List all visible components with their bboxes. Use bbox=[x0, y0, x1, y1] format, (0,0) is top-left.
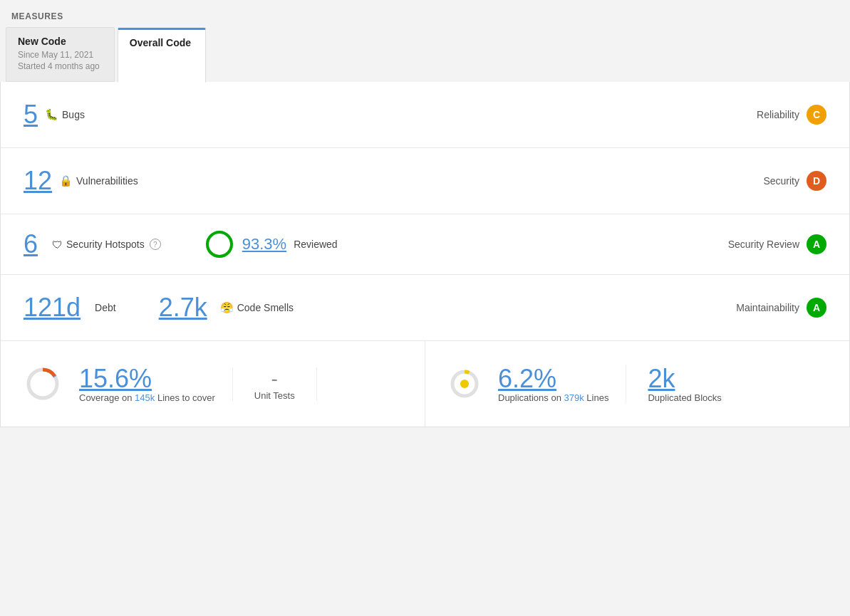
bug-icon: 🐛 bbox=[45, 108, 58, 121]
measures-title: MEASURES bbox=[0, 7, 850, 21]
security-review-percent[interactable]: 93.3% bbox=[242, 235, 286, 254]
security-hotspots-value[interactable]: 6 bbox=[24, 231, 38, 257]
maintainability-category: Maintainability bbox=[736, 302, 799, 313]
svg-point-1 bbox=[207, 232, 232, 256]
code-smells-section: 2.7k 😤 Code Smells bbox=[159, 295, 737, 320]
bugs-right: Reliability C bbox=[757, 105, 826, 125]
bugs-row: 5 🐛 Bugs Reliability C bbox=[1, 82, 849, 148]
bugs-badge[interactable]: C bbox=[807, 105, 826, 125]
content-area: 5 🐛 Bugs Reliability C 12 🔒 Vulnerabilit… bbox=[0, 82, 850, 427]
dup-value[interactable]: 6.2% bbox=[498, 365, 608, 393]
unit-tests-value: - bbox=[271, 367, 278, 390]
vulnerabilities-row: 12 🔒 Vulnerabilities Security D bbox=[1, 148, 849, 214]
tab-overall-code[interactable]: Overall Code bbox=[118, 28, 206, 83]
dup-info: 6.2% Duplications on 379k Lines bbox=[498, 365, 608, 404]
shield-icon: 🛡 bbox=[52, 239, 63, 251]
vulnerabilities-category: Security bbox=[763, 175, 799, 187]
security-reviewed-label: Reviewed bbox=[294, 239, 337, 250]
debt-value[interactable]: 121d bbox=[24, 295, 81, 320]
dup-center-dot bbox=[460, 380, 469, 388]
dup-lines-link[interactable]: 379k bbox=[564, 392, 584, 403]
security-donut bbox=[204, 229, 235, 260]
tab-new-code[interactable]: New Code Since May 11, 2021 Started 4 mo… bbox=[6, 27, 115, 82]
dup-donut bbox=[448, 367, 481, 400]
coverage-donut bbox=[24, 365, 62, 403]
vulnerabilities-value[interactable]: 12 bbox=[24, 168, 52, 194]
coverage-section: 15.6% Coverage on 145k Lines to cover - … bbox=[1, 341, 425, 427]
hotspots-help-icon[interactable]: ? bbox=[150, 239, 161, 250]
duplications-section: 6.2% Duplications on 379k Lines 2k Dupli… bbox=[425, 341, 849, 427]
security-review-center: 93.3% Reviewed bbox=[204, 229, 728, 260]
unit-tests-label: Unit Tests bbox=[254, 390, 295, 401]
coverage-sub: Coverage on 145k Lines to cover bbox=[79, 392, 215, 403]
tab-new-code-subtitle1: Since May 11, 2021 bbox=[18, 49, 100, 61]
coverage-lines-link[interactable]: 145k bbox=[135, 392, 155, 403]
unit-tests-section: - Unit Tests bbox=[232, 367, 317, 401]
vulnerabilities-badge[interactable]: D bbox=[807, 171, 826, 191]
smells-label: 😤 Code Smells bbox=[220, 301, 294, 314]
bugs-label: 🐛 Bugs bbox=[45, 108, 85, 121]
tab-overall-code-title: Overall Code bbox=[130, 37, 191, 48]
security-hotspots-row: 6 🛡 Security Hotspots ? 93.3% Reviewed bbox=[1, 214, 849, 275]
vulnerabilities-label: 🔒 Vulnerabilities bbox=[59, 174, 138, 187]
coverage-info: 15.6% Coverage on 145k Lines to cover bbox=[79, 365, 215, 404]
dup-blocks-value[interactable]: 2k bbox=[648, 365, 721, 393]
bottom-row: 15.6% Coverage on 145k Lines to cover - … bbox=[1, 341, 849, 427]
vulnerabilities-right: Security D bbox=[763, 171, 826, 191]
tabs-row: New Code Since May 11, 2021 Started 4 mo… bbox=[0, 27, 850, 82]
tab-new-code-subtitle2: Started 4 months ago bbox=[18, 61, 100, 73]
tab-new-code-title: New Code bbox=[18, 35, 100, 49]
bugs-value[interactable]: 5 bbox=[24, 102, 38, 127]
security-hotspots-label: 🛡 Security Hotspots ? bbox=[52, 239, 161, 251]
maintainability-right: Maintainability A bbox=[736, 298, 826, 318]
smells-icon: 😤 bbox=[220, 301, 234, 314]
smells-value[interactable]: 2.7k bbox=[159, 295, 207, 320]
security-review-category: Security Review bbox=[728, 239, 799, 250]
dup-blocks-section: 2k Duplicated Blocks bbox=[626, 365, 721, 404]
lock-icon: 🔒 bbox=[59, 174, 73, 187]
dup-sub: Duplications on 379k Lines bbox=[498, 392, 608, 403]
dup-blocks-label: Duplicated Blocks bbox=[648, 392, 721, 403]
debt-label: Debt bbox=[95, 302, 116, 313]
security-review-right: Security Review A bbox=[728, 234, 826, 254]
bugs-category: Reliability bbox=[757, 109, 799, 120]
maintainability-row: 121d Debt 2.7k 😤 Code Smells Maintainabi… bbox=[1, 275, 849, 341]
coverage-value[interactable]: 15.6% bbox=[79, 365, 215, 393]
maintainability-badge[interactable]: A bbox=[807, 298, 826, 318]
security-review-badge[interactable]: A bbox=[807, 234, 826, 254]
